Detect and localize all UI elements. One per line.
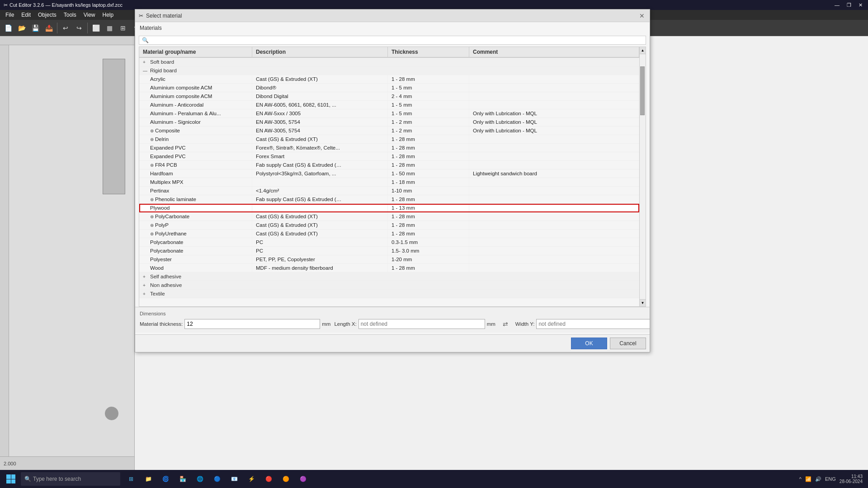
taskbar-ie[interactable]: 🌀 [157,471,174,487]
row-polyp[interactable]: PolyP Cast (GS) & Extruded (XT) 1 - 28 m… [139,221,639,230]
cell-acrylic-desc: Cast (GS) & Extruded (XT) [252,75,388,83]
row-aluminium-acm-dibond-digital[interactable]: Aluminium composite ACM Dibond Digital 2… [139,92,639,101]
swap-icon: ⇄ [503,320,508,328]
cell-plywood-comment [469,204,639,212]
toolbar-new[interactable]: 📄 [2,22,14,34]
menu-file[interactable]: File [2,11,18,19]
cell-polycarb-pc1-comment [469,238,639,246]
taskbar-app1[interactable]: 📧 [226,471,242,487]
cell-alu-per-thickness: 1 - 5 mm [388,109,469,117]
thickness-input[interactable] [184,319,320,329]
taskbar-edge[interactable]: 🌐 [192,471,208,487]
thickness-unit: mm [322,321,330,327]
search-input[interactable] [151,37,643,43]
cell-composite-comment: Only with Lubrication - MQL [469,127,639,135]
menu-edit[interactable]: Edit [18,11,34,19]
row-composite[interactable]: Composite EN AW-3005, 5754 1 - 2 mm Only… [139,127,639,135]
canvas-circle [105,407,118,420]
dialog-title-text: Select material [146,13,182,19]
taskbar-task-view[interactable]: ⊞ [123,471,139,487]
taskbar-search-icon: 🔍 [24,476,31,482]
toolbar-ungroup[interactable]: ⊞ [117,22,129,34]
taskbar-app4[interactable]: 🟠 [278,471,294,487]
menu-tools[interactable]: Tools [60,11,80,19]
expand-self-adhesive-icon: + [143,274,148,279]
row-aluminum-signicolor[interactable]: Aluminum - Signicolor EN AW-3005, 5754 1… [139,118,639,127]
taskbar-file-explorer[interactable]: 📁 [140,471,156,487]
row-polycarbonate-pc1[interactable]: Polycarbonate PC 0.3-1.5 mm [139,238,639,247]
toolbar-group[interactable]: ▦ [103,22,116,34]
start-button[interactable] [2,471,20,487]
taskbar-chrome[interactable]: 🔵 [209,471,225,487]
cell-alu-sig-comment: Only with Lubrication - MQL [469,118,639,126]
row-delrin[interactable]: Delrin Cast (GS) & Extruded (XT) 1 - 28 … [139,135,639,144]
dialog-main: Material group/name Description Thicknes… [135,47,650,334]
toolbar-redo[interactable]: ↪ [73,22,85,34]
row-aluminum-peraluman[interactable]: Aluminum - Peraluman & Alu... EN AW-5xxx… [139,109,639,118]
scroll-thumb[interactable] [640,66,645,115]
minimize-button[interactable]: — [833,2,841,8]
cell-alu-sig-desc: EN AW-3005, 5754 [252,118,388,126]
cell-polyu-desc: Cast (GS) & Extruded (XT) [252,230,388,238]
taskbar-app5[interactable]: 🟣 [295,471,311,487]
toolbar-export[interactable]: 📤 [42,22,55,34]
toolbar-select[interactable]: ⬜ [90,22,102,34]
cancel-button[interactable]: Cancel [610,338,646,349]
cell-acrylic-thickness: 1 - 28 mm [388,75,469,83]
row-aluminium-acm-dibond[interactable]: Aluminium composite ACM Dibond® 1 - 5 mm [139,84,639,92]
row-polycarbonate-special[interactable]: PolyCarbonate Cast (GS) & Extruded (XT) … [139,212,639,221]
row-expanded-pvc-forex-smart[interactable]: Expanded PVC Forex Smart 1 - 28 mm [139,152,639,161]
width-input[interactable] [536,319,650,329]
taskbar-app2[interactable]: ⚡ [243,471,259,487]
row-fr4-pcb[interactable]: FR4 PCB Fab supply Cast (GS) & Extruded … [139,161,639,169]
length-input[interactable] [359,319,485,329]
cell-polycarb-sp-comment [469,212,639,221]
group-textile[interactable]: + Textile [139,290,639,298]
toolbar-undo[interactable]: ↩ [59,22,72,34]
windows-logo [6,474,15,483]
cell-alu-acm-dd-desc: Dibond Digital [252,92,388,100]
cell-polycarb-sp-thickness: 1 - 28 mm [388,212,469,221]
row-multiplex-mpx[interactable]: Multiplex MPX 1 - 18 mm [139,178,639,187]
taskbar-store[interactable]: 🏪 [175,471,191,487]
scroll-down-button[interactable]: ▼ [640,299,646,306]
dialog-footer: OK Cancel [135,334,650,352]
row-wood[interactable]: Wood MDF - medium density fiberboard 1 -… [139,264,639,272]
row-polyester[interactable]: Polyester PET, PP, PE, Copolyester 1-20 … [139,255,639,264]
ok-button[interactable]: OK [571,338,607,349]
row-expanded-pvc-forex[interactable]: Expanded PVC Forex®, Sintra®, Kömatex®, … [139,144,639,152]
taskbar-app3[interactable]: 🔴 [260,471,277,487]
cell-alu-acm-dibond-name: Aluminium composite ACM [139,84,252,92]
table-scrollbar[interactable]: ▲ ▼ [639,47,646,306]
cell-fr4-comment [469,161,639,169]
taskbar-search[interactable]: 🔍 Type here to search [21,472,120,486]
group-non-adhesive-label: Non adhesive [150,282,182,288]
row-hardfoam[interactable]: Hardfoam Polystyrol<35kg/m3, Gatorfoam, … [139,169,639,178]
row-polyurethane[interactable]: PolyUrethane Cast (GS) & Extruded (XT) 1… [139,230,639,238]
row-polycarbonate-pc2[interactable]: Polycarbonate PC 1.5- 3.0 mm [139,247,639,255]
row-aluminum-anticorodal[interactable]: Aluminum - Anticorodal EN AW-6005, 6061,… [139,101,639,109]
row-pertinax[interactable]: Pertinax <1.4g/cm² 1-10 mm [139,187,639,195]
row-acrylic[interactable]: Acrylic Cast (GS) & Extruded (XT) 1 - 28… [139,75,639,84]
restore-button[interactable]: ❐ [845,2,853,8]
canvas-inner [9,45,134,456]
toolbar-open[interactable]: 📂 [15,22,28,34]
close-button[interactable]: ✕ [857,2,864,8]
scroll-up-button[interactable]: ▲ [640,47,646,54]
ruler-vertical [0,45,9,470]
app-window: ✂ Cut Editor 3.2.6 — E/sayanth ks/legs l… [0,0,868,488]
toolbar-save[interactable]: 💾 [29,22,42,34]
group-self-adhesive[interactable]: + Self adhesive [139,272,639,281]
group-non-adhesive[interactable]: + Non adhesive [139,281,639,290]
canvas-shape [103,59,125,194]
menu-view[interactable]: View [80,11,99,19]
row-phenolic-laminate[interactable]: Phenolic laminate Fab supply Cast (GS) &… [139,195,639,204]
group-rigid-board[interactable]: — Rigid board [139,66,639,75]
cell-fr4-name: FR4 PCB [139,161,252,169]
menu-objects[interactable]: Objects [34,11,60,19]
taskbar-up-arrow[interactable]: ^ [799,476,802,482]
row-plywood[interactable]: Plywood 1 - 13 mm [139,204,639,212]
dialog-close-button[interactable]: ✕ [638,12,646,20]
menu-help[interactable]: Help [99,11,118,19]
group-soft-board[interactable]: + Soft board [139,58,639,66]
